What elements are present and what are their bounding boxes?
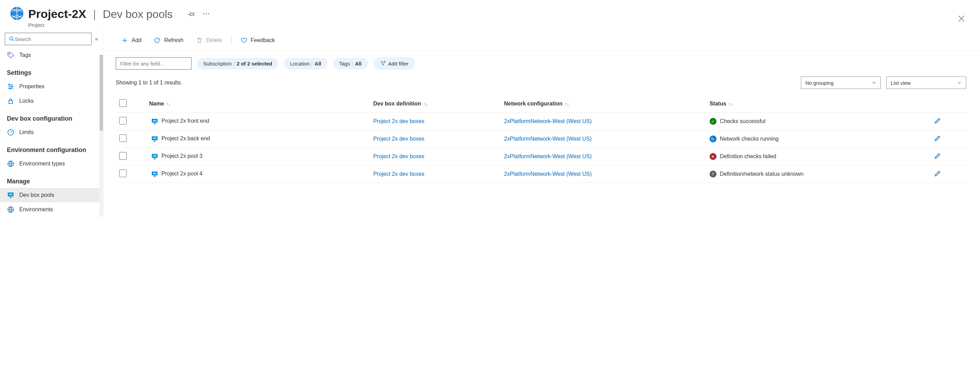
edit-icon[interactable]: [934, 137, 942, 143]
pool-name: Project 2x front end: [162, 118, 210, 124]
pin-icon[interactable]: [187, 10, 195, 19]
pools-table: Name↑↓ Dev box definition↑↓ Network conf…: [116, 95, 967, 183]
sidebar-item-label: Tags: [19, 52, 31, 58]
add-filter-button[interactable]: Add filter: [374, 57, 415, 70]
add-button[interactable]: Add: [116, 35, 147, 46]
sidebar: « Tags SettingsPropertiesLocksDev box co…: [0, 31, 103, 217]
definition-link[interactable]: Project 2x dev boxes: [374, 153, 425, 159]
row-checkbox[interactable]: [119, 152, 127, 160]
pool-name: Project 2x back end: [162, 136, 210, 141]
sidebar-item-tags[interactable]: Tags: [0, 48, 103, 62]
table-row: Project 2x back endProject 2x dev boxes2…: [116, 130, 967, 148]
sidebar-item-properties[interactable]: Properties: [0, 79, 103, 94]
section-title: Dev box pools: [103, 8, 173, 21]
definition-link[interactable]: Project 2x dev boxes: [374, 118, 425, 124]
project-name: Project-2X: [28, 7, 86, 21]
grouping-dropdown[interactable]: No grouping: [801, 77, 881, 89]
filter-pill-tags[interactable]: Tags : All: [333, 58, 368, 69]
sidebar-item-label: Environment types: [19, 161, 65, 167]
svg-rect-20: [153, 155, 156, 157]
status-text: Definition/network status unknown: [720, 171, 803, 177]
sidebar-item-label: Locks: [19, 98, 34, 104]
status-unknown-icon: ?: [710, 171, 716, 177]
close-icon[interactable]: [956, 14, 966, 24]
sliders-icon: [7, 83, 14, 90]
svg-point-1: [204, 13, 205, 14]
refresh-button[interactable]: Refresh: [148, 35, 189, 46]
breadcrumb-subtitle: Project: [28, 22, 210, 28]
sidebar-item-limits[interactable]: Limits: [0, 125, 103, 140]
svg-rect-16: [153, 120, 156, 122]
lock-icon: [7, 97, 14, 105]
pool-icon: [151, 152, 159, 161]
more-icon[interactable]: [202, 10, 210, 19]
sidebar-item-environments[interactable]: Environments: [0, 202, 103, 217]
row-checkbox[interactable]: [119, 169, 127, 177]
trash-icon: [196, 37, 203, 44]
sidebar-item-label: Environments: [19, 206, 53, 212]
sidebar-group-environment-configuration: Environment configuration: [0, 140, 103, 157]
edit-icon[interactable]: [934, 173, 942, 178]
status-text: Checks successful: [720, 118, 766, 125]
env-type-icon: [7, 160, 14, 168]
table-row: Project 2x pool 3Project 2x dev boxes2xP…: [116, 148, 967, 165]
network-link[interactable]: 2xPlatformNetwork-West (West US): [504, 171, 592, 177]
col-header-name[interactable]: Name↑↓: [146, 95, 370, 113]
col-header-definition[interactable]: Dev box definition↑↓: [370, 95, 501, 113]
definition-link[interactable]: Project 2x dev boxes: [374, 171, 425, 177]
edit-icon[interactable]: [934, 120, 942, 125]
svg-point-6: [9, 84, 10, 85]
status-success-icon: ✓: [710, 118, 716, 125]
network-link[interactable]: 2xPlatformNetwork-West (West US): [504, 153, 592, 159]
status-running-icon: ↻: [710, 136, 716, 142]
network-link[interactable]: 2xPlatformNetwork-West (West US): [504, 118, 592, 124]
svg-point-5: [9, 53, 10, 54]
search-icon: [9, 36, 15, 42]
field-filter-input[interactable]: [116, 57, 191, 70]
filter-pill-location[interactable]: Location : All: [284, 58, 327, 69]
sidebar-search-input[interactable]: [15, 36, 88, 42]
select-all-checkbox[interactable]: [119, 99, 127, 107]
status-text: Network checks running: [720, 136, 779, 142]
svg-rect-9: [9, 101, 13, 104]
table-row: Project 2x front endProject 2x dev boxes…: [116, 113, 967, 130]
chevron-down-icon: [872, 80, 876, 85]
filter-pill-subscription[interactable]: Subscription : 2 of 2 selected: [197, 58, 278, 69]
svg-rect-13: [9, 193, 13, 195]
network-link[interactable]: 2xPlatformNetwork-West (West US): [504, 136, 592, 142]
pool-name: Project 2x pool 3: [162, 153, 202, 159]
project-globe-icon: [10, 6, 24, 21]
filter-row: Subscription : 2 of 2 selected Location …: [103, 51, 980, 75]
row-checkbox[interactable]: [119, 134, 127, 142]
delete-button: Delete: [191, 35, 228, 46]
plus-icon: [121, 37, 128, 44]
pool-icon: [151, 117, 159, 125]
globe-icon: [7, 206, 14, 213]
gauge-icon: [7, 129, 14, 136]
sidebar-search[interactable]: [5, 33, 92, 45]
sidebar-item-dev-box-pools[interactable]: Dev box pools: [0, 188, 103, 202]
sidebar-item-label: Dev box pools: [19, 192, 54, 198]
sidebar-item-locks[interactable]: Locks: [0, 94, 103, 108]
definition-link[interactable]: Project 2x dev boxes: [374, 136, 425, 142]
sidebar-item-environment-types[interactable]: Environment types: [0, 157, 103, 171]
col-header-status[interactable]: Status↑↓: [706, 95, 931, 113]
svg-point-7: [11, 86, 13, 87]
feedback-button[interactable]: Feedback: [235, 35, 280, 46]
pool-icon: [151, 135, 159, 143]
edit-icon[interactable]: [934, 155, 942, 161]
sidebar-item-label: Limits: [19, 129, 34, 136]
sidebar-item-label: Properties: [19, 83, 45, 89]
sidebar-group-manage: Manage: [0, 171, 103, 188]
svg-point-2: [206, 13, 207, 14]
results-count: Showing 1 to 1 of 1 results.: [116, 80, 801, 86]
table-row: Project 2x pool 4Project 2x dev boxes2xP…: [116, 165, 967, 183]
sidebar-scrollbar[interactable]: [100, 55, 103, 217]
collapse-sidebar-icon[interactable]: «: [95, 36, 98, 42]
col-header-network[interactable]: Network configuration↑↓: [501, 95, 706, 113]
row-checkbox[interactable]: [119, 117, 127, 125]
svg-point-8: [9, 88, 11, 89]
view-dropdown[interactable]: List view: [886, 77, 966, 89]
command-bar: Add Refresh Delete Feedback: [103, 33, 980, 51]
monitor-icon: [7, 191, 14, 199]
